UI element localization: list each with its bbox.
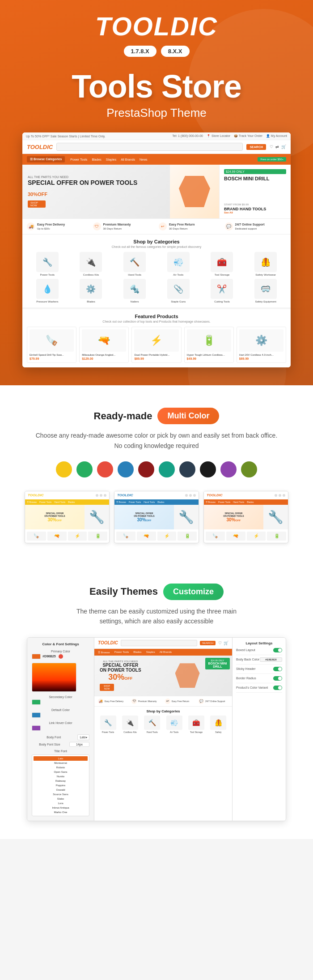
swatch-darkblue[interactable]	[179, 461, 195, 477]
cust-font-list: Lato Montserrat Roboto Open Sans Nunito …	[32, 754, 89, 816]
cust-bosch-title: BOSCH MINI DRILL	[207, 662, 228, 668]
demo-banner-discount: 30%OFF	[28, 188, 165, 198]
demo-free-ship: Free on order $50+	[258, 157, 286, 162]
font-option-raleway[interactable]: Raleway	[34, 779, 88, 783]
theme-yellow-logo: TOOLDIC	[28, 493, 44, 497]
categories-sub: Check out all the famous categories for …	[27, 245, 286, 248]
cat-lbl-blades: Blades	[87, 300, 95, 303]
cust-body-color-input[interactable]: #E8E8E8	[260, 657, 282, 662]
cat-img-storage: 🧰	[211, 252, 233, 272]
swatch-teal[interactable]	[159, 461, 175, 477]
cust-sticky-header-row: Sticky Header	[236, 667, 282, 674]
theme-blue-nav: ☰ Browse Power Tools Hand Tools Blades	[114, 499, 199, 505]
default-color-box	[32, 712, 41, 718]
font-option-lato[interactable]: Lato	[34, 756, 88, 761]
cat-nailers: 🔩 Nailers	[114, 279, 155, 303]
cust-cat-blades: Blades	[133, 651, 141, 654]
cust-body-color-row: Body Back Color #E8E8E8	[236, 657, 282, 665]
categories-title: Shop by Categories	[27, 239, 286, 244]
cust-sticky-toggle[interactable]	[273, 667, 282, 671]
cat-img-air: 💨	[167, 252, 190, 272]
customize-demo: Color & Font Settings Primary Color #D96…	[27, 637, 286, 821]
product-3: ⚡ Dual Power Portable Hybrid... $89.99	[131, 327, 181, 363]
cust-main-nav: TOOLDIC SEARCH ♡ 🛒	[94, 638, 232, 649]
demo-featured-products: Featured Products Check out our collecti…	[22, 307, 291, 367]
theme-yellow-prod-1: 🪚	[27, 532, 46, 541]
demo-topbar-right: Tel: 1 (800) 000-00-00 📍 Store Locator 📦…	[172, 134, 287, 138]
demo-search-btn: SEARCH	[246, 144, 266, 150]
cat-img-safety: 🦺	[254, 252, 277, 272]
cat-lbl-nailers: Nailers	[131, 300, 139, 303]
cat-img-pressure: 💧	[36, 279, 59, 299]
cust-banner-title: SPECIAL OFFERON POWER TOOLS	[100, 663, 141, 673]
primary-color-dot	[59, 654, 63, 659]
swatch-purple[interactable]	[220, 461, 237, 477]
theme-blue: TOOLDIC ☰ Browse Power Tools Hand Tools …	[114, 491, 199, 543]
swatch-blue[interactable]	[118, 461, 134, 477]
swatch-darkred[interactable]	[138, 461, 154, 477]
cust-color-variant-toggle[interactable]	[273, 686, 282, 690]
demo-nav-icons: ♡ ⇄ 🛒	[270, 145, 286, 149]
font-option-slabo[interactable]: Slabo	[34, 797, 88, 801]
theme-orange-banner: SPECIAL OFFERON POWER TOOLS 30%OFF 🔧	[204, 505, 288, 529]
cust-color-picker[interactable]	[32, 663, 76, 692]
font-option-poppins[interactable]: Poppins	[34, 783, 88, 788]
font-option-lora[interactable]: Lora	[34, 801, 88, 805]
cust-border-toggle[interactable]	[273, 676, 282, 681]
swatch-black[interactable]	[200, 461, 216, 477]
brand-logo: TOOLDIC	[95, 13, 218, 39]
demo-brand-title: BRAND HAND TOOLS	[224, 207, 286, 211]
swatch-olive[interactable]	[241, 461, 257, 477]
theme-yellow-prod-3: ⚡	[68, 532, 87, 541]
theme-blue-prod-2: 🔫	[137, 532, 156, 541]
delivery-sub: Up to $30+	[37, 227, 65, 230]
font-option-roboto[interactable]: Roboto	[34, 765, 88, 770]
demo-brand-tag: START FROM $9.99	[224, 203, 286, 206]
demo-promo-text: Up To 50% OFF* Sale Season Starts | Limi…	[26, 135, 106, 138]
font-option-nunito[interactable]: Nunito	[34, 774, 88, 779]
cust-main-features: 🚚 Easy Free Delivery 🛡 Premium Warranty …	[94, 696, 232, 707]
warranty-label: Premium Warranty	[103, 222, 131, 227]
catbar-power-tools: Power Tools	[70, 158, 87, 161]
cust-font-size-row: Body Font Size 14px	[32, 742, 89, 747]
font-option-oswald[interactable]: Oswald	[34, 788, 88, 792]
theme-orange-prod-4: 🔋	[267, 532, 286, 541]
cust-cat-img-2: 🔌	[122, 716, 138, 730]
cust-font-size-label: Body Font Size	[32, 743, 68, 746]
demo-categories-section: Shop by Categories Check out all the fam…	[22, 234, 291, 307]
return-label: Easy Free Return	[169, 222, 195, 227]
cust-bosch-box: $24.99 ONLY BOSCH MINI DRILL	[205, 658, 230, 669]
swatch-red[interactable]	[97, 461, 113, 477]
swatch-green[interactable]	[76, 461, 93, 477]
theme-orange-nav: ☰ Browse Power Tools Hand Tools Blades	[204, 499, 288, 505]
theme-blue-banner: SPECIAL OFFERON POWER TOOLS 30%OFF 🔧	[114, 505, 199, 529]
ready-made-pill: Multi Color	[157, 408, 219, 424]
cust-return-txt: Easy Free Return	[172, 700, 189, 703]
customize-tag: Easily Themes Customize	[18, 584, 295, 600]
theme-orange-icons	[275, 494, 285, 497]
theme-orange-topbar: TOOLDIC	[204, 491, 288, 499]
cust-cat-6: 🦺 Safety	[208, 716, 228, 733]
cust-return-icon: ↩	[165, 699, 170, 704]
cust-font-size-input[interactable]: 14px	[69, 742, 89, 747]
font-option-montserrat[interactable]: Montserrat	[34, 761, 88, 765]
theme-yellow-prod-4: 🔋	[88, 532, 107, 541]
blue-tool-icon: 🔧	[178, 510, 194, 524]
cust-boxed-toggle[interactable]	[273, 648, 282, 652]
demo-screenshot: Up To 50% OFF* Sale Season Starts | Limi…	[22, 132, 291, 367]
cust-cat-img-1: 🔧	[100, 716, 116, 730]
product-img-1: 🪚	[30, 329, 74, 352]
theme-yellow-icons	[96, 494, 106, 497]
customize-section: Easily Themes Customize The theme can be…	[0, 561, 313, 839]
demo-banner-tag: ALL THE PARTS YOU NEED	[28, 175, 165, 179]
font-option-source[interactable]: Source Sans	[34, 792, 88, 797]
font-option-marko[interactable]: Marko One	[34, 810, 88, 814]
cust-body-font-dropdown[interactable]: Lato	[77, 734, 89, 740]
cat-lbl-power-tools: Power Tools	[40, 273, 55, 276]
cust-cat-5: 🧰 Tool Storage	[186, 716, 206, 733]
swatch-yellow[interactable]	[56, 461, 72, 477]
font-option-opensans[interactable]: Open Sans	[34, 770, 88, 774]
cust-delivery-icon: 🚚	[98, 699, 103, 704]
wishlist-icon: ♡	[270, 145, 273, 149]
font-option-inknut[interactable]: Inknut Antiqua	[34, 805, 88, 810]
